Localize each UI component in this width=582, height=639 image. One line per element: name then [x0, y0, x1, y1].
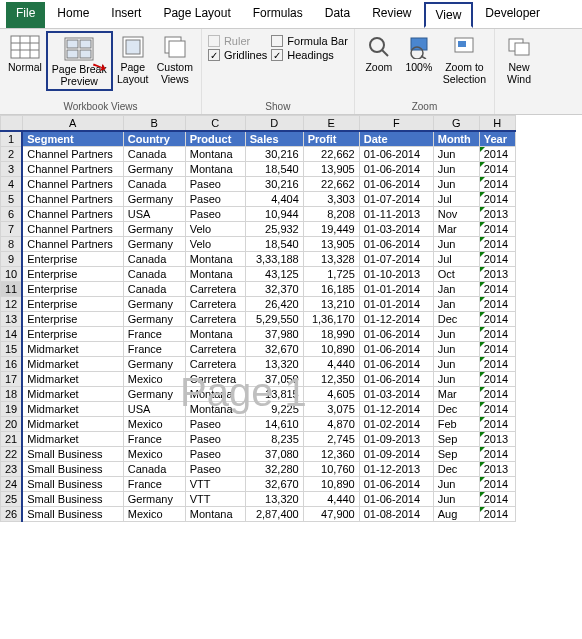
data-cell[interactable]: 2014 — [479, 162, 515, 177]
data-cell[interactable]: 10,890 — [303, 477, 359, 492]
data-cell[interactable]: Midmarket — [22, 417, 123, 432]
tab-developer[interactable]: Developer — [475, 2, 550, 28]
data-cell[interactable]: 2014 — [479, 342, 515, 357]
data-cell[interactable]: 2013 — [479, 462, 515, 477]
data-cell[interactable]: Aug — [433, 507, 479, 522]
data-cell[interactable]: 12,350 — [303, 372, 359, 387]
row-head-24[interactable]: 24 — [1, 477, 23, 492]
data-cell[interactable]: 14,610 — [245, 417, 303, 432]
data-cell[interactable]: 01-08-2014 — [359, 507, 433, 522]
data-cell[interactable]: 4,440 — [303, 357, 359, 372]
row-head-6[interactable]: 6 — [1, 207, 23, 222]
formula-bar-checkbox[interactable] — [271, 35, 283, 47]
row-head-16[interactable]: 16 — [1, 357, 23, 372]
data-cell[interactable]: 01-07-2014 — [359, 252, 433, 267]
header-cell[interactable]: Profit — [303, 131, 359, 147]
data-cell[interactable]: Carretera — [185, 297, 245, 312]
data-cell[interactable]: 13,320 — [245, 357, 303, 372]
data-cell[interactable]: Sep — [433, 432, 479, 447]
data-cell[interactable]: Germany — [123, 357, 185, 372]
data-cell[interactable]: Canada — [123, 267, 185, 282]
data-cell[interactable]: 01-06-2014 — [359, 237, 433, 252]
data-cell[interactable]: 26,420 — [245, 297, 303, 312]
data-cell[interactable]: Enterprise — [22, 267, 123, 282]
data-cell[interactable]: Canada — [123, 177, 185, 192]
data-cell[interactable]: 5,29,550 — [245, 312, 303, 327]
data-cell[interactable]: 01-02-2014 — [359, 417, 433, 432]
data-cell[interactable]: 01-06-2014 — [359, 327, 433, 342]
col-head-F[interactable]: F — [359, 116, 433, 132]
data-cell[interactable]: Small Business — [22, 492, 123, 507]
data-cell[interactable]: 4,870 — [303, 417, 359, 432]
data-cell[interactable]: Jun — [433, 342, 479, 357]
row-head-5[interactable]: 5 — [1, 192, 23, 207]
data-cell[interactable]: Jun — [433, 357, 479, 372]
row-head-7[interactable]: 7 — [1, 222, 23, 237]
data-cell[interactable]: 01-06-2014 — [359, 492, 433, 507]
data-cell[interactable]: Montana — [185, 252, 245, 267]
data-cell[interactable]: Enterprise — [22, 252, 123, 267]
col-head-A[interactable]: A — [22, 116, 123, 132]
row-head-18[interactable]: 18 — [1, 387, 23, 402]
row-head-10[interactable]: 10 — [1, 267, 23, 282]
row-head-1[interactable]: 1 — [1, 131, 23, 147]
row-head-4[interactable]: 4 — [1, 177, 23, 192]
row-head-2[interactable]: 2 — [1, 147, 23, 162]
data-cell[interactable]: Midmarket — [22, 357, 123, 372]
data-cell[interactable]: 32,280 — [245, 462, 303, 477]
data-cell[interactable]: 2014 — [479, 237, 515, 252]
data-cell[interactable]: 25,932 — [245, 222, 303, 237]
row-head-14[interactable]: 14 — [1, 327, 23, 342]
data-cell[interactable]: 13,320 — [245, 492, 303, 507]
data-cell[interactable]: 01-09-2014 — [359, 447, 433, 462]
row-head-23[interactable]: 23 — [1, 462, 23, 477]
data-cell[interactable]: Paseo — [185, 207, 245, 222]
data-cell[interactable]: Paseo — [185, 192, 245, 207]
data-cell[interactable]: Mexico — [123, 417, 185, 432]
data-cell[interactable]: Midmarket — [22, 342, 123, 357]
tab-insert[interactable]: Insert — [101, 2, 151, 28]
data-cell[interactable]: 01-06-2014 — [359, 357, 433, 372]
data-cell[interactable]: 13,905 — [303, 162, 359, 177]
page-layout-button[interactable]: Page Layout — [113, 31, 153, 87]
normal-button[interactable]: Normal — [4, 31, 46, 75]
data-cell[interactable]: Jun — [433, 492, 479, 507]
data-cell[interactable]: 01-06-2014 — [359, 162, 433, 177]
data-cell[interactable]: 22,662 — [303, 177, 359, 192]
data-cell[interactable]: Enterprise — [22, 297, 123, 312]
data-cell[interactable]: Channel Partners — [22, 177, 123, 192]
data-cell[interactable]: Channel Partners — [22, 162, 123, 177]
data-cell[interactable]: 8,235 — [245, 432, 303, 447]
data-cell[interactable]: Dec — [433, 312, 479, 327]
data-cell[interactable]: Paseo — [185, 462, 245, 477]
data-cell[interactable]: 2014 — [479, 297, 515, 312]
data-cell[interactable]: 2014 — [479, 177, 515, 192]
row-head-8[interactable]: 8 — [1, 237, 23, 252]
row-head-20[interactable]: 20 — [1, 417, 23, 432]
data-cell[interactable]: Germany — [123, 387, 185, 402]
col-head-H[interactable]: H — [479, 116, 515, 132]
data-cell[interactable]: 2014 — [479, 222, 515, 237]
data-cell[interactable]: Mexico — [123, 372, 185, 387]
tab-file[interactable]: File — [6, 2, 45, 28]
data-cell[interactable]: 2014 — [479, 252, 515, 267]
data-cell[interactable]: 18,540 — [245, 237, 303, 252]
worksheet-grid[interactable]: ABCDEFGH1SegmentCountryProductSalesProfi… — [0, 115, 516, 522]
tab-review[interactable]: Review — [362, 2, 421, 28]
data-cell[interactable]: Germany — [123, 237, 185, 252]
data-cell[interactable]: Germany — [123, 162, 185, 177]
zoom-100-button[interactable]: 100% — [399, 31, 439, 75]
col-head-C[interactable]: C — [185, 116, 245, 132]
data-cell[interactable]: 2,745 — [303, 432, 359, 447]
ruler-checkbox[interactable] — [208, 35, 220, 47]
data-cell[interactable]: Carretera — [185, 372, 245, 387]
header-cell[interactable]: Product — [185, 131, 245, 147]
data-cell[interactable]: Jan — [433, 297, 479, 312]
data-cell[interactable]: 4,605 — [303, 387, 359, 402]
data-cell[interactable]: Carretera — [185, 312, 245, 327]
data-cell[interactable]: 01-06-2014 — [359, 372, 433, 387]
data-cell[interactable]: France — [123, 477, 185, 492]
data-cell[interactable]: 01-06-2014 — [359, 147, 433, 162]
data-cell[interactable]: France — [123, 432, 185, 447]
data-cell[interactable]: Paseo — [185, 177, 245, 192]
